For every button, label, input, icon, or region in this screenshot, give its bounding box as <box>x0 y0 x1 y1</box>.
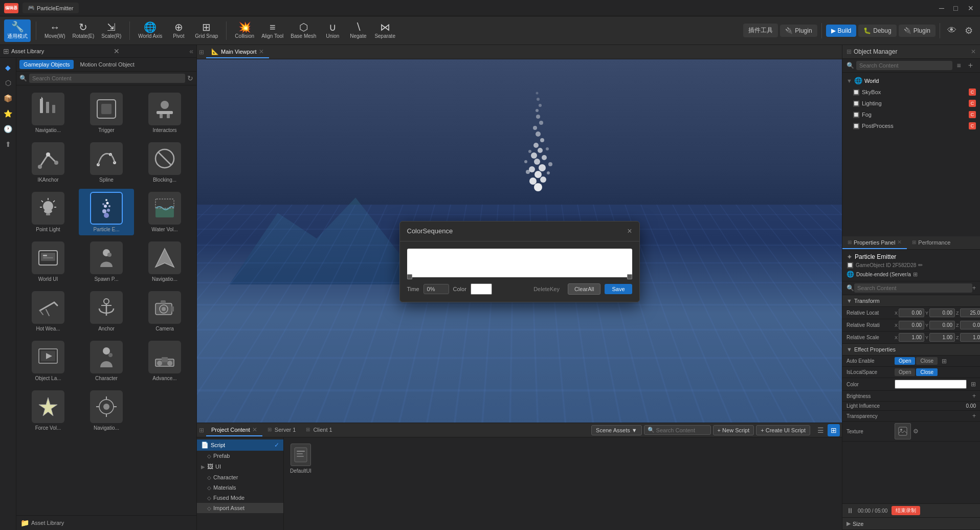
world-item-postprocess[interactable]: 🔲 PostProcess C <box>842 120 980 131</box>
collision-tool[interactable]: 💥 Collision <box>232 20 257 41</box>
rl-y-input[interactable] <box>929 308 955 317</box>
grid-view-btn[interactable]: ⊞ <box>828 424 840 436</box>
filter-btn[interactable]: ≡ <box>954 61 963 70</box>
pivot-tool[interactable]: ⊕ Pivot <box>166 20 191 41</box>
rs-y-input[interactable] <box>929 333 955 342</box>
color-handle-right[interactable] <box>627 274 632 279</box>
props-search-input[interactable] <box>854 283 972 293</box>
tree-fused-mode[interactable]: ◇ Fused Mode <box>197 493 283 503</box>
viewport-tab-close[interactable]: ✕ <box>259 48 264 55</box>
bottom-search-input[interactable] <box>656 427 707 433</box>
asset-item-spline[interactable]: Spline <box>79 139 134 186</box>
debug-btn[interactable]: 🐛 Debug <box>858 25 896 37</box>
union-tool[interactable]: ∪ Union <box>320 20 345 41</box>
rs-x-input[interactable] <box>899 333 924 342</box>
world-item-skybox[interactable]: 🔲 SkyBox C <box>842 86 980 98</box>
local-space-open-btn[interactable]: Open <box>895 368 915 376</box>
cat-gameplay-objects[interactable]: Gameplay Objects <box>19 60 74 69</box>
world-item-lighting[interactable]: 🔲 Lighting C <box>842 98 980 109</box>
rl-x-input[interactable] <box>899 308 924 317</box>
pause-btn[interactable]: ⏸ <box>847 506 854 515</box>
align-tool[interactable]: ≡ Align Tool <box>258 20 286 41</box>
client1-tab[interactable]: ⊞ Client 1 <box>301 425 337 436</box>
size-section-header[interactable]: ▶ Size <box>842 517 980 530</box>
rr-y-input[interactable] <box>929 321 955 329</box>
asset-item-force-volume[interactable]: Force Vol... <box>20 387 76 434</box>
asset-item-advanced[interactable]: Advance... <box>137 338 192 384</box>
tree-materials[interactable]: ◇ Materials <box>197 482 283 493</box>
rr-z-input[interactable] <box>960 321 980 329</box>
texture-preview[interactable] <box>895 423 911 439</box>
create-ui-script-btn[interactable]: + Create UI Script <box>756 425 810 435</box>
world-item-fog[interactable]: 🔲 Fog C <box>842 109 980 120</box>
asset-item-water-volume[interactable]: Water Vol... <box>137 189 192 235</box>
nav-clock[interactable]: 🕐 <box>2 122 15 136</box>
clear-all-btn[interactable]: ClearAll <box>568 283 601 295</box>
asset-item-spawn-point[interactable]: Spawn P... <box>79 238 134 285</box>
asset-item-ikanchor[interactable]: IKAnchor <box>20 139 76 186</box>
grid-snap-tool[interactable]: ⊞ Grid Snap <box>192 20 221 41</box>
performance-tab[interactable]: ⊞ Performance <box>907 236 955 249</box>
settings-btn[interactable]: ⚙ <box>962 25 976 36</box>
asset-item-character[interactable]: Character <box>79 338 134 384</box>
world-expand-icon[interactable]: ▼ <box>847 78 852 84</box>
brightness-expand-btn[interactable]: + <box>972 392 976 400</box>
asset-item-particle-emitter[interactable]: Particle E... <box>79 189 134 235</box>
nav-shapes[interactable]: ◆ <box>2 61 15 74</box>
scene-assets-dropdown[interactable]: Scene Assets ▼ <box>591 425 642 435</box>
effect-props-header[interactable]: ▼ Effect Properties <box>842 344 980 356</box>
negate-tool[interactable]: ∖ Negate <box>346 20 370 41</box>
plugin3-btn[interactable]: 🔌 Plugin <box>899 25 936 37</box>
asset-item-camera[interactable]: Camera <box>137 288 192 335</box>
scale-tool[interactable]: ⇲ Scale(R) <box>98 20 124 41</box>
plugin-btn[interactable]: 🔌 Plugin <box>780 25 817 37</box>
maximize-btn[interactable]: □ <box>953 4 962 12</box>
asset-item-navigation[interactable]: Navigatio... <box>20 90 76 136</box>
cat-motion-control[interactable]: Motion Control Object <box>76 60 138 69</box>
transparency-expand-btn[interactable]: + <box>972 412 976 419</box>
asset-item-hot-weapon[interactable]: Hot Wea... <box>20 288 76 335</box>
color-prop-swatch[interactable] <box>895 380 967 389</box>
texture-settings-btn[interactable]: ⚙ <box>913 428 919 435</box>
server1-tab[interactable]: ⊞ Server 1 <box>262 425 301 436</box>
properties-tab-close[interactable]: ✕ <box>897 239 902 246</box>
color-expand-btn[interactable]: ⊞ <box>971 381 976 388</box>
project-tab-close[interactable]: ✕ <box>252 426 257 433</box>
main-viewport-tab[interactable]: 📐 Main Viewport ✕ <box>206 46 269 58</box>
eye-btn[interactable]: 👁 <box>944 25 960 36</box>
separate-tool[interactable]: ⋈ Separate <box>371 20 398 41</box>
nav-star[interactable]: ⭐ <box>2 107 15 120</box>
close-btn[interactable]: ✕ <box>968 4 976 12</box>
refresh-btn[interactable]: ↻ <box>187 74 193 82</box>
nav-box[interactable]: 📦 <box>2 92 15 105</box>
save-btn[interactable]: Save <box>605 284 632 294</box>
title-tab[interactable]: 🎮 ParticleEmitter <box>23 3 79 13</box>
edit-id-icon[interactable]: ✏ <box>918 262 923 269</box>
nav-hex[interactable]: ⬡ <box>2 76 15 90</box>
color-swatch[interactable] <box>471 283 492 295</box>
asset-item-anchor[interactable]: Anchor <box>79 288 134 335</box>
nav-upload[interactable]: ⬆ <box>2 138 15 151</box>
asset-search-input[interactable] <box>29 74 185 83</box>
rotate-tool[interactable]: ↻ Rotate(E) <box>70 20 98 41</box>
file-defaultui[interactable]: DefaultUI <box>288 441 314 476</box>
asset-item-interactors[interactable]: Interactors <box>137 90 192 136</box>
asset-item-navigation2[interactable]: Navigatio... <box>137 238 192 285</box>
plugin-tools-btn[interactable]: 插件工具 <box>743 24 778 37</box>
rs-z-input[interactable] <box>960 333 980 342</box>
add-object-btn[interactable]: + <box>965 61 976 70</box>
minimize-btn[interactable]: ─ <box>939 4 947 12</box>
rr-x-input[interactable] <box>899 321 924 329</box>
local-space-close-btn[interactable]: Close <box>916 368 938 376</box>
rl-z-input[interactable] <box>960 308 980 317</box>
build-btn[interactable]: ▶ Build <box>826 25 857 37</box>
mode-button[interactable]: 🔧 通用模式 <box>4 19 31 42</box>
base-mesh-tool[interactable]: ⬡ Base Mesh <box>287 20 319 41</box>
color-handle-left[interactable] <box>407 274 412 279</box>
asset-item-world-ui[interactable]: World UI <box>20 238 76 285</box>
object-manager-close[interactable]: ✕ <box>971 48 976 55</box>
props-expand-btn[interactable]: + <box>972 284 976 292</box>
tree-character[interactable]: ◇ Character <box>197 472 283 482</box>
asset-item-navigation3[interactable]: Navigatio... <box>79 387 134 434</box>
list-view-btn[interactable]: ☰ <box>814 424 827 436</box>
